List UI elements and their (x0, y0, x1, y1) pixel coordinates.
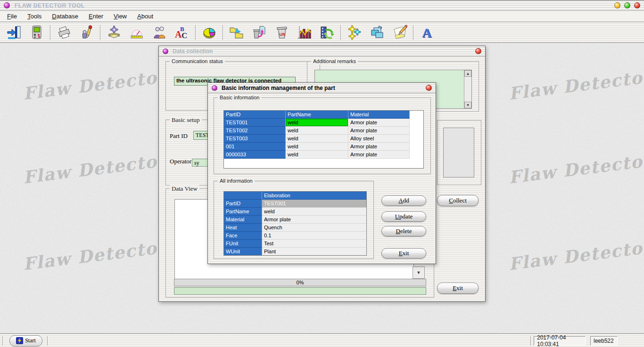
table-row[interactable]: Heat Quench (224, 224, 366, 232)
toolbar-windows-button[interactable] (368, 24, 387, 41)
all-information-label: All information (218, 178, 255, 184)
toolbar-trash-button[interactable]: UN (272, 24, 291, 41)
table-row[interactable]: Face 0.1 (224, 232, 366, 240)
cell-partid[interactable]: TEST003 (224, 135, 286, 143)
field-value-selected[interactable]: TEST001 (262, 200, 367, 208)
toolbar-gears-button[interactable] (345, 24, 364, 41)
menu-view[interactable]: View (108, 12, 132, 21)
collect-button[interactable]: Collect (437, 195, 479, 206)
svg-text:UN: UN (280, 32, 286, 37)
cell-partname[interactable]: weld (286, 127, 348, 135)
table-row[interactable]: PartName weld (224, 208, 366, 216)
column-header-partname[interactable]: PartName (286, 111, 348, 119)
cell-material[interactable]: Armor plate (348, 119, 410, 127)
toolbar-folder-transfer-button[interactable] (227, 24, 246, 41)
field-label[interactable]: Face (224, 232, 262, 240)
table-row[interactable]: 0000033 weld Armor plate (224, 151, 423, 159)
cell-partid[interactable]: TEST001 (224, 119, 286, 127)
cell-partid[interactable]: 001 (224, 143, 286, 151)
toolbar-separator (50, 25, 51, 40)
data-collection-titlebar[interactable]: Data collection (159, 46, 485, 56)
field-label[interactable]: PartName (224, 208, 262, 216)
device-icon (29, 25, 44, 40)
main-titlebar[interactable]: FLAW DETECTOR TOOL (0, 0, 644, 11)
minimize-button[interactable] (614, 2, 620, 8)
font-icon: A A (420, 25, 435, 40)
column-header-partid[interactable]: PartID (224, 111, 286, 119)
scroll-down-icon[interactable]: ▼ (464, 102, 471, 108)
dialog-titlebar[interactable]: Basic information management of the part (208, 83, 436, 93)
dialog-icon (212, 85, 217, 91)
field-value[interactable]: Quench (262, 224, 367, 232)
menu-about[interactable]: About (132, 12, 158, 21)
table-row[interactable]: FUnit Test (224, 240, 366, 248)
field-value[interactable]: Plant (262, 248, 367, 256)
remarks-scrollbar[interactable]: ▲ ▼ (464, 70, 471, 108)
cell-material[interactable]: Armor plate (348, 127, 410, 135)
table-row[interactable]: WUnit Plant (224, 248, 366, 256)
toolbar-refresh-media-button[interactable] (318, 24, 337, 41)
menu-database[interactable]: Database (47, 12, 83, 21)
field-label[interactable]: Heat (224, 224, 262, 232)
toolbar-separator (413, 25, 414, 40)
field-label[interactable]: PartID (224, 200, 262, 208)
cell-partname-selected[interactable]: weld (286, 119, 348, 127)
toolbar-abc-button[interactable]: B A C (173, 24, 191, 41)
window-exit-button[interactable]: Exit (437, 282, 479, 294)
delete-button[interactable]: Delete (381, 226, 426, 236)
field-value[interactable]: Armor plate (262, 216, 367, 224)
field-value[interactable]: weld (262, 208, 367, 216)
toolbar-note-edit-button[interactable] (390, 24, 409, 41)
menu-enter[interactable]: Enter (83, 12, 108, 21)
field-label[interactable]: Material (224, 216, 262, 224)
cell-partid[interactable]: 0000033 (224, 151, 286, 159)
toolbar-font-button[interactable]: A A (418, 24, 437, 41)
toolbar-print-button[interactable] (55, 24, 74, 41)
elaboration-header[interactable]: Elaboration (262, 192, 367, 200)
cell-material[interactable]: Alloy steel (348, 135, 410, 143)
toolbar: B A C (0, 22, 644, 43)
cell-material[interactable]: Armor plate (348, 151, 410, 159)
data-collection-close-icon[interactable] (475, 48, 481, 54)
bar-chart-icon (297, 25, 312, 40)
cell-partid[interactable]: TEST002 (224, 127, 286, 135)
toolbar-pie-chart-button[interactable] (200, 24, 219, 41)
start-button[interactable]: Start (9, 335, 42, 347)
table-row[interactable]: TEST003 weld Alloy steel (224, 135, 423, 143)
cell-partname[interactable]: weld (286, 135, 348, 143)
toolbar-exit-button[interactable] (5, 24, 24, 41)
cell-material[interactable]: Armor plate (348, 143, 410, 151)
cell-partname[interactable]: weld (286, 143, 348, 151)
progress-percent: 0% (297, 280, 304, 285)
maximize-button[interactable] (624, 2, 630, 8)
toolbar-restore-button[interactable] (250, 24, 269, 41)
table-row[interactable]: Material Armor plate (224, 216, 366, 224)
table-row[interactable]: TEST001 weld Armor plate (224, 119, 423, 127)
toolbar-gauge-button[interactable] (127, 24, 146, 41)
menu-file[interactable]: File (2, 12, 22, 21)
field-label[interactable]: FUnit (224, 240, 262, 248)
close-button[interactable] (634, 2, 640, 8)
data-view-dropdown-icon[interactable]: ▼ (413, 266, 425, 279)
menu-tools[interactable]: Tools (22, 12, 47, 21)
toolbar-users-button[interactable] (150, 24, 169, 41)
cell-partname[interactable]: weld (286, 151, 348, 159)
update-button[interactable]: Update (381, 211, 426, 222)
table-row[interactable]: 001 weld Armor plate (224, 143, 423, 151)
basic-info-table[interactable]: PartID PartName Material TEST001 weld Ar… (223, 110, 424, 169)
table-row[interactable]: TEST002 weld Armor plate (224, 127, 423, 135)
toolbar-settings-book-button[interactable] (105, 24, 124, 41)
toolbar-device-button[interactable] (27, 24, 46, 41)
column-header-material[interactable]: Material (348, 111, 410, 119)
scroll-up-icon[interactable]: ▲ (464, 70, 471, 77)
all-info-table[interactable]: Elaboration PartID TEST001 PartName weld… (223, 191, 367, 256)
field-label[interactable]: WUnit (224, 248, 262, 256)
dialog-close-icon[interactable] (426, 85, 432, 91)
add-button[interactable]: Add (381, 195, 426, 206)
toolbar-edit-record-button[interactable] (77, 24, 96, 41)
field-value[interactable]: Test (262, 240, 367, 248)
toolbar-bar-chart-button[interactable] (295, 24, 314, 41)
dialog-exit-button[interactable]: Exit (381, 248, 426, 258)
field-value[interactable]: 0.1 (262, 232, 367, 240)
table-row[interactable]: PartID TEST001 (224, 200, 366, 208)
